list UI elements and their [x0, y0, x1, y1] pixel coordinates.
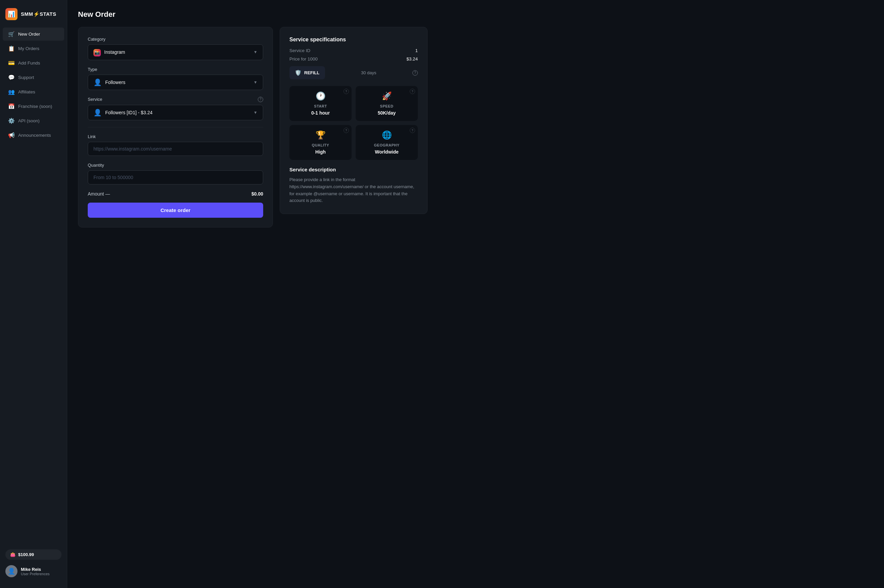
quantity-input[interactable]	[88, 170, 263, 184]
category-value: Instagram	[104, 50, 254, 55]
wallet-balance: $100.99	[18, 552, 34, 557]
person-icon: 👤	[93, 78, 102, 86]
desc-text: Please provide a link in the format http…	[290, 176, 418, 204]
sidebar-item-label: New Order	[18, 32, 40, 37]
price-value: $3.24	[407, 57, 418, 62]
geography-help-icon[interactable]: ?	[410, 128, 415, 133]
service-person-icon: 👤	[93, 108, 102, 117]
wallet-badge[interactable]: 👛 $100.99	[5, 549, 62, 560]
start-value: 0-1 hour	[311, 110, 330, 116]
trophy-icon: 🏆	[316, 130, 326, 140]
category-group: Category 📸 Instagram ▼	[88, 37, 263, 60]
start-spec-box: ? 🕐 START 0-1 hour	[290, 86, 351, 121]
sidebar-bottom: 👛 $100.99 👤 Mike Reis User Preferences	[0, 544, 67, 583]
price-label: Price for 1000	[290, 57, 318, 62]
service-label: Service	[88, 97, 102, 102]
franchise-icon: 📅	[8, 103, 15, 110]
instagram-icon: 📸	[93, 48, 101, 57]
service-id-row: Service ID 1	[290, 48, 418, 53]
add-funds-icon: 💳	[8, 60, 15, 66]
start-help-icon[interactable]: ?	[344, 89, 349, 94]
quality-label: QUALITY	[312, 143, 329, 147]
specs-title: Service specifications	[290, 37, 418, 43]
desc-title: Service description	[290, 166, 418, 172]
logo-icon: 📊	[5, 8, 18, 20]
main-content: New Order Category 📸 Instagram ▼ Type 👤 …	[67, 0, 884, 588]
user-profile[interactable]: 👤 Mike Reis User Preferences	[5, 565, 62, 577]
speed-help-icon[interactable]: ?	[410, 89, 415, 94]
service-select[interactable]: 👤 Followers [ID1] - $3.24 ▼	[88, 105, 263, 120]
clock-icon: 🕐	[316, 92, 326, 101]
type-value: Followers	[105, 80, 254, 85]
create-order-button[interactable]: Create order	[88, 202, 263, 218]
sidebar-item-affiliates[interactable]: 👥 Affiliates	[3, 86, 64, 99]
sidebar-item-add-funds[interactable]: 💳 Add Funds	[3, 57, 64, 69]
form-divider	[88, 127, 263, 128]
quality-spec-box: ? 🏆 QUALITY High	[290, 125, 351, 160]
refill-help-icon[interactable]: ?	[413, 70, 418, 76]
speed-value: 50K/day	[378, 110, 396, 116]
sidebar-item-support[interactable]: 💬 Support	[3, 71, 64, 84]
category-select[interactable]: 📸 Instagram ▼	[88, 44, 263, 60]
sidebar-item-label: Announcements	[18, 133, 51, 138]
sidebar-item-label: Support	[18, 75, 34, 80]
avatar: 👤	[5, 565, 18, 577]
chevron-down-icon: ▼	[254, 50, 257, 54]
affiliates-icon: 👥	[8, 89, 15, 95]
globe-icon: 🌐	[382, 130, 392, 140]
my-orders-icon: 📋	[8, 45, 15, 52]
chevron-down-icon: ▼	[254, 80, 257, 85]
refill-badge: 🛡️ REFILL	[290, 66, 325, 79]
speed-label: SPEED	[380, 104, 393, 108]
amount-row: Amount — $0.00	[88, 191, 263, 196]
spec-grid: ? 🕐 START 0-1 hour ? 🚀 SPEED 50K/day ? 🏆…	[290, 86, 418, 160]
category-label: Category	[88, 37, 263, 42]
refill-days: 30 days	[361, 70, 377, 75]
geography-label: GEOGRAPHY	[374, 143, 399, 147]
api-icon: ⚙️	[8, 118, 15, 124]
refill-label: REFILL	[304, 70, 320, 75]
quantity-label: Quantity	[88, 163, 263, 168]
link-input[interactable]	[88, 142, 263, 156]
geography-spec-box: ? 🌐 GEOGRAPHY Worldwide	[356, 125, 418, 160]
service-value: Followers [ID1] - $3.24	[105, 110, 254, 115]
service-help-icon[interactable]: ?	[258, 97, 263, 102]
type-select[interactable]: 👤 Followers ▼	[88, 75, 263, 90]
sidebar-item-new-order[interactable]: 🛒 New Order	[3, 27, 64, 40]
service-id-value: 1	[415, 48, 418, 53]
sidebar-item-franchise: 📅 Franchise (soon)	[3, 100, 64, 113]
sidebar-item-announcements[interactable]: 📢 Announcements	[3, 129, 64, 142]
start-label: START	[314, 104, 327, 108]
sidebar-item-label: Affiliates	[18, 89, 35, 94]
specs-card: Service specifications Service ID 1 Pric…	[280, 27, 428, 214]
service-label-row: Service ?	[88, 97, 263, 102]
logo-bolt: ⚡	[33, 11, 40, 17]
amount-label: Amount —	[88, 191, 110, 196]
page-title: New Order	[78, 10, 873, 19]
announcements-icon: 📢	[8, 132, 15, 138]
sidebar-item-label: My Orders	[18, 46, 39, 51]
geography-value: Worldwide	[375, 149, 399, 154]
wallet-icon: 👛	[10, 552, 15, 557]
user-info: Mike Reis User Preferences	[21, 567, 50, 576]
support-icon: 💬	[8, 74, 15, 81]
sidebar-item-api: ⚙️ API (soon)	[3, 114, 64, 128]
user-subtitle: User Preferences	[21, 572, 50, 576]
sidebar-item-label: API (soon)	[18, 118, 40, 123]
type-label: Type	[88, 67, 263, 72]
quality-help-icon[interactable]: ?	[344, 128, 349, 133]
speed-icon: 🚀	[382, 92, 392, 101]
refill-row: 🛡️ REFILL 30 days ?	[290, 66, 418, 79]
shield-icon: 🛡️	[295, 69, 302, 76]
sidebar-item-label: Franchise (soon)	[18, 104, 52, 109]
new-order-form: Category 📸 Instagram ▼ Type 👤 Followers …	[78, 27, 273, 228]
type-group: Type 👤 Followers ▼	[88, 67, 263, 90]
service-group: Service ? 👤 Followers [ID1] - $3.24 ▼	[88, 97, 263, 120]
speed-spec-box: ? 🚀 SPEED 50K/day	[356, 86, 418, 121]
sidebar-item-my-orders[interactable]: 📋 My Orders	[3, 42, 64, 55]
link-label: Link	[88, 134, 263, 139]
price-row: Price for 1000 $3.24	[290, 57, 418, 62]
content-row: Category 📸 Instagram ▼ Type 👤 Followers …	[78, 27, 873, 228]
sidebar-item-label: Add Funds	[18, 60, 40, 66]
logo-text: SMM⚡STATS	[21, 11, 56, 17]
